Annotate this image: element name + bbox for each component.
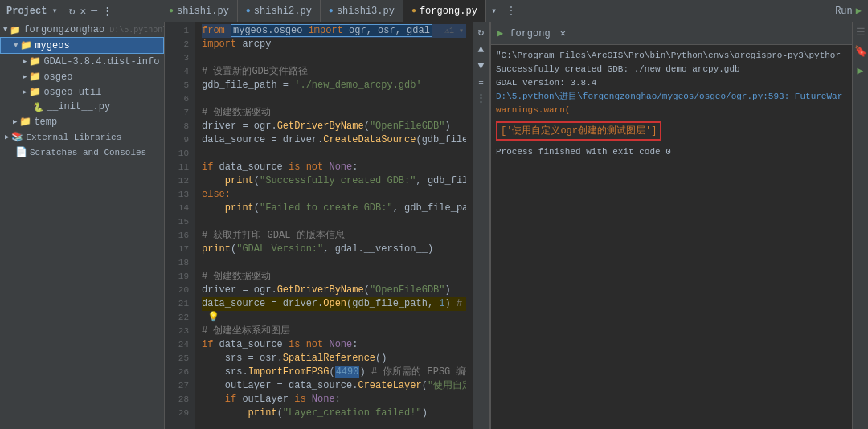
sidebar: ▼ 📁 forgongzonghao D:\5.python\进 ▼ 📁 myg…: [0, 22, 165, 429]
right-sidebar-icon-play[interactable]: ▶: [858, 64, 864, 77]
osgeo-arrow: ▶: [23, 72, 27, 81]
sidebar-item-osgeo[interactable]: ▶ 📁 osgeo: [0, 69, 164, 84]
code-line-10: [202, 147, 466, 161]
code-line-5: gdb_file_path = './new_demo_arcpy.gdb': [202, 79, 466, 92]
code-line-28: if outLayer is None:: [202, 393, 466, 407]
root-label: forgongzonghao: [23, 24, 104, 35]
temp-label: temp: [34, 116, 57, 128]
run-toolbar-icon-more[interactable]: ⋮: [476, 92, 486, 104]
tab-shishi2[interactable]: ● shishi2.py: [238, 0, 321, 22]
sidebar-item-init[interactable]: 🐍 __init__.py: [0, 100, 164, 114]
right-sidebar-icon-bookmark[interactable]: 🔖: [854, 45, 867, 58]
osgeo-util-label: osgeo_util: [43, 87, 101, 98]
tab-label-shishi3: shishi3.py: [337, 6, 395, 17]
ext-libs-arrow: ▶: [5, 133, 9, 141]
run-toolbar-icon-refresh[interactable]: ↻: [478, 26, 485, 39]
ext-libs-label: External Libraries: [26, 133, 121, 142]
code-line-17: print("GDAL Version:", gdal.__version__): [202, 243, 466, 256]
tab-overflow[interactable]: ▾: [486, 5, 502, 17]
run-panel-header: ▶ forgong ✕: [491, 22, 852, 45]
code-line-22: 💡: [202, 311, 466, 325]
run-path-line: "C:\Program Files\ArcGIS\Pro\bin\Python\…: [496, 49, 847, 62]
run-warning-link-line: D:\5.python\进目\forgongzonghao/mygeos/osg…: [496, 90, 847, 103]
code-line-19: # 创建数据驱动: [202, 270, 466, 284]
sidebar-item-temp[interactable]: ▶ 📁 temp: [0, 114, 164, 129]
root-arrow: ▼: [3, 26, 7, 34]
tab-shishi[interactable]: ● shishi.py: [161, 0, 238, 22]
right-sidebar: ☰ 🔖 ▶: [852, 22, 868, 429]
run-warning-text-line: warnings.warn(: [496, 104, 847, 116]
top-bar: Project ▾ ↻ ✕ — ⋮ ● shishi.py ● shishi2.…: [0, 0, 868, 22]
run-path-text: "C:\Program Files\ArcGIS\Pro\bin\Python\…: [496, 51, 841, 60]
run-toolbar-icon-down[interactable]: ▼: [478, 60, 485, 72]
tab-icon-shishi2: ●: [246, 6, 251, 15]
code-line-23: # 创建坐标系和图层: [202, 325, 466, 338]
editor-area: 12345 678910 1112131415 1617181920 21222…: [165, 22, 473, 429]
tab-icon-forgong: ●: [411, 6, 416, 15]
run-toolbar-icon-up[interactable]: ▲: [478, 43, 485, 55]
code-line-25: srs = osr.SpatialReference(): [202, 352, 466, 366]
code-area[interactable]: from mygeos.osgeo import ogr, osr, gdal …: [195, 22, 473, 429]
osgeo-label: osgeo: [43, 72, 72, 83]
sidebar-item-ext-libs[interactable]: ▶ 📚 External Libraries: [0, 129, 164, 145]
osgeo-folder-icon: 📁: [29, 71, 41, 83]
code-line-11: if data_source is not None:: [202, 161, 466, 174]
run-button[interactable]: Run ▶: [835, 5, 862, 17]
run-panel-close[interactable]: ✕: [560, 27, 566, 39]
top-bar-right: Run ▶: [829, 5, 868, 17]
code-line-29: print("Layer_creation failed!"): [202, 407, 466, 420]
gdal-folder-icon: 📁: [29, 55, 41, 67]
mygeos-folder-icon: 📁: [20, 39, 32, 51]
tab-shishi3[interactable]: ● shishi3.py: [321, 0, 403, 22]
run-toolbar: ↻ ▲ ▼ ≡ ⋮: [473, 22, 490, 429]
code-line-9: data_source = driver.CreateDataSource(gd…: [202, 133, 466, 147]
temp-arrow: ▶: [13, 117, 17, 126]
run-gdal-version-line: GDAL Version: 3.8.4: [496, 76, 847, 89]
run-toolbar-icon-filter[interactable]: ≡: [478, 77, 484, 87]
run-warning-link[interactable]: D:\5.python\进目\forgongzonghao/mygeos/osg…: [496, 92, 842, 101]
editor-tab-bar: ● shishi.py ● shishi2.py ● shishi3.py ● …: [161, 0, 829, 22]
root-folder-icon: 📁: [10, 25, 21, 35]
code-line-16: # 获取并打印 GDAL 的版本信息: [202, 229, 466, 243]
code-line-18: [202, 256, 466, 270]
code-line-13: else:: [202, 188, 466, 202]
run-output-box: ['使用自定义ogr创建的测试图层']: [496, 121, 661, 141]
init-label: __init__.py: [47, 101, 110, 112]
tab-more-icon[interactable]: ⋮: [502, 5, 521, 17]
toolbar-icon-sync[interactable]: ↻: [69, 5, 76, 18]
run-warning-text: warnings.warn(: [496, 105, 570, 115]
code-line-7: # 创建数据驱动: [202, 106, 466, 120]
run-panel: ▶ forgong ✕ "C:\Program Files\ArcGIS\Pro…: [490, 22, 852, 429]
main-layout: ▼ 📁 forgongzonghao D:\5.python\进 ▼ 📁 myg…: [0, 22, 868, 429]
gdal-arrow: ▶: [23, 57, 27, 66]
sidebar-item-gdal[interactable]: ▶ 📁 GDAL-3.8.4.dist-info: [0, 54, 164, 69]
right-sidebar-icon-settings[interactable]: ☰: [856, 26, 866, 39]
sidebar-item-root[interactable]: ▼ 📁 forgongzonghao D:\5.python\进: [0, 22, 164, 37]
code-line-20: driver = ogr.GetDriverByName("OpenFileGD…: [202, 284, 466, 297]
mygeos-arrow: ▼: [14, 42, 18, 50]
tab-icon-shishi: ●: [169, 6, 174, 15]
run-panel-icon: ▶: [497, 27, 503, 39]
run-exit-text: Process finished with exit code 0: [496, 147, 671, 157]
run-label: Run: [835, 6, 853, 17]
code-line-15: [202, 215, 466, 229]
scratches-icon: 📄: [15, 146, 27, 158]
code-line-14: print("Failed to create GDB:", gdb_file_…: [202, 202, 466, 215]
sidebar-item-scratches[interactable]: 📄 Scratches and Consoles: [0, 145, 164, 160]
run-exit-line: Process finished with exit code 0: [496, 145, 847, 158]
run-success-line: Successfully created GDB: ./new_demo_arc…: [496, 63, 847, 76]
tab-forgong[interactable]: ● forgong.py: [403, 0, 486, 22]
root-path: D:\5.python\进: [109, 24, 165, 35]
toolbar-icon-more[interactable]: ⋮: [102, 5, 113, 18]
toolbar-icon-minimize[interactable]: —: [91, 5, 97, 17]
run-gdal-version-text: GDAL Version: 3.8.4: [496, 78, 596, 88]
sidebar-item-mygeos[interactable]: ▼ 📁 mygeos: [0, 37, 164, 54]
run-panel-title[interactable]: forgong: [510, 28, 550, 39]
temp-folder-icon: 📁: [19, 116, 31, 128]
tab-label-forgong: forgong.py: [420, 6, 477, 17]
project-dropdown-icon[interactable]: ▾: [51, 5, 57, 17]
toolbar-icon-close[interactable]: ✕: [80, 5, 86, 18]
code-line-1: from mygeos.osgeo import ogr, osr, gdal …: [202, 24, 466, 38]
editor-content: 12345 678910 1112131415 1617181920 21222…: [165, 22, 473, 429]
sidebar-item-osgeo-util[interactable]: ▶ 📁 osgeo_util: [0, 84, 164, 100]
